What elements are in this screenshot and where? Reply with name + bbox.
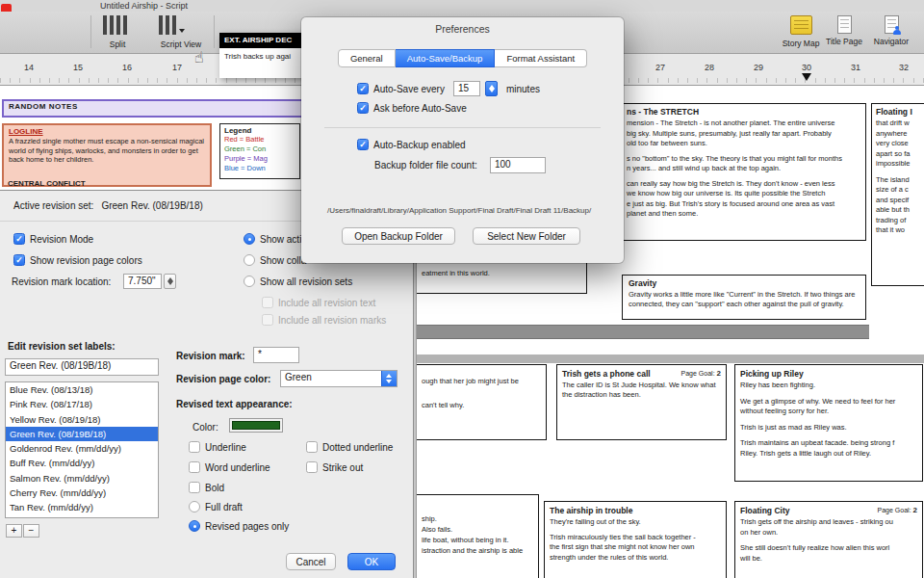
dotted-underline-checkbox[interactable]: Dotted underline <box>306 441 393 453</box>
checkbox-checked-icon <box>357 102 369 114</box>
strike-out-checkbox[interactable]: Strike out <box>306 461 363 473</box>
revision-mark-input[interactable]: * <box>253 347 299 363</box>
ruler-number: 27 <box>651 63 670 72</box>
auto-save-minutes-input[interactable]: 15 <box>453 81 480 96</box>
checkbox-icon <box>189 461 200 473</box>
tab-general[interactable]: General <box>338 49 396 67</box>
legend-note-card[interactable]: Legend Red = Battle Green = Con Purple =… <box>219 123 300 179</box>
card-text: planet and then some. <box>627 209 863 220</box>
auto-save-checkbox[interactable]: Auto-Save every 15 minutes <box>357 81 540 96</box>
riley-card[interactable]: Picking up Riley Riley has been fighting… <box>734 364 923 482</box>
card-text: able but th <box>876 205 924 216</box>
card-text: can't tell why. <box>422 401 464 411</box>
floating-island-card[interactable]: Floating I that drift w anywhere very cl… <box>871 103 924 286</box>
phone-call-card[interactable]: Trish gets a phone call Page Goal: 2 The… <box>556 364 727 440</box>
revision-set-item[interactable]: Pink Rev. (08/17/18) <box>6 397 158 411</box>
select-new-folder-button[interactable]: Select New Folder <box>473 227 580 245</box>
preferences-tabs: General Auto-Save/Backup Format Assistan… <box>301 49 624 67</box>
show-active-radio[interactable]: Show activ <box>244 233 306 245</box>
card-text: ough that her job might just be <box>422 377 519 387</box>
floating-city-card[interactable]: Floating City Page Goal: 2 Trish gets of… <box>734 501 923 578</box>
show-collapsed-label: Show colla <box>260 255 306 266</box>
card-text: n years... and still wind up back at the… <box>627 164 863 174</box>
airship-trouble-card[interactable]: The airship in trouble They're falling o… <box>544 501 727 578</box>
card-text: Trish gets off the airship and leaves - … <box>740 517 917 528</box>
revision-set-item[interactable]: Cherry Rev. (mm/dd/yy) <box>6 486 158 500</box>
underline-checkbox[interactable]: Underline <box>189 441 246 453</box>
story-map-icon <box>790 15 812 35</box>
file-count-input[interactable]: 100 <box>490 157 546 173</box>
stepper-icon[interactable] <box>164 274 176 289</box>
show-page-colors-checkbox[interactable]: Show revision page colors <box>13 254 142 266</box>
page-color-dropdown[interactable]: Green <box>280 370 398 387</box>
revision-set-item-selected[interactable]: Green Rev. (08/19B/18) <box>6 427 158 441</box>
tab-format-assistant[interactable]: Format Assistant <box>495 49 587 67</box>
card-text: we know how big our universe is. Its qui… <box>627 189 863 199</box>
revision-set-item[interactable]: Yellow Rev. (08/19/18) <box>6 412 158 427</box>
open-backup-folder-button[interactable]: Open Backup Folder <box>342 227 455 245</box>
include-revision-text-checkbox[interactable]: Include all revision text <box>262 297 375 308</box>
checkbox-checked-icon <box>357 139 369 150</box>
full-draft-radio[interactable]: Full draft <box>189 501 243 512</box>
remove-set-button[interactable]: − <box>23 524 39 538</box>
split-button[interactable]: Split <box>103 15 132 49</box>
revision-color-well[interactable] <box>229 418 283 433</box>
ruler-number: 29 <box>749 63 768 72</box>
job-card[interactable]: ough that her job might just be can't te… <box>417 364 547 440</box>
dotted-underline-label: Dotted underline <box>322 442 393 453</box>
mouse-cursor-icon: ☝ <box>194 48 204 66</box>
logline-note-card[interactable]: LOGLINE A frazzled single mother must es… <box>2 123 212 187</box>
ruler-number: 15 <box>68 63 88 72</box>
tab-auto-save-backup[interactable]: Auto-Save/Backup <box>396 49 496 67</box>
logline-title: LOGLINE <box>9 127 205 136</box>
toolbar-separator <box>90 15 91 48</box>
ruler-number: 14 <box>19 63 38 72</box>
cancel-button[interactable]: Cancel <box>286 553 336 570</box>
margin-marker[interactable] <box>802 73 811 81</box>
revised-pages-label: Revised pages only <box>205 521 289 532</box>
file-count-label: Backup folder file count: <box>374 160 477 171</box>
include-revision-marks-checkbox[interactable]: Include all revision marks <box>262 314 386 326</box>
mark-location-input[interactable]: 7.750" <box>123 274 162 289</box>
title-page-button[interactable]: Title Page <box>824 15 864 46</box>
logline-body: A frazzled single mother must escape a n… <box>9 137 205 165</box>
gravity-card[interactable]: Gravity Gravity works a little more like… <box>622 275 866 320</box>
edit-set-label-input[interactable]: Green Rev. (08/19B/18) <box>5 358 159 376</box>
radio-selected-icon <box>244 233 255 245</box>
active-set-label: Active revision set: <box>13 200 93 211</box>
revision-set-item[interactable]: Tan Rev. (mm/dd/yy) <box>6 500 158 514</box>
navigator-button[interactable]: Navigator <box>868 15 914 46</box>
collapsed-row-bar[interactable] <box>417 325 869 339</box>
legend-title: Legend <box>224 126 295 135</box>
word-underline-checkbox[interactable]: Word underline <box>189 461 270 473</box>
show-all-sets-radio[interactable]: Show all revision sets <box>244 276 352 287</box>
radio-icon <box>244 276 255 287</box>
revision-set-item[interactable]: Salmon Rev. (mm/dd/yy) <box>6 471 158 486</box>
card-text: big sky. Multiple suns, presumably, just… <box>627 129 863 140</box>
ok-button[interactable]: OK <box>347 553 396 570</box>
story-map-label: Story Map <box>780 39 822 48</box>
stepper-icon[interactable] <box>485 81 498 96</box>
wreck-card[interactable]: ship. Also fails. life boat, without bei… <box>417 494 539 578</box>
color-label: Color: <box>192 422 218 433</box>
checkbox-icon <box>306 461 318 473</box>
card-text: apart so fa <box>876 149 924 160</box>
add-set-button[interactable]: + <box>6 524 22 538</box>
revision-set-item[interactable]: Blue Rev. (08/13/18) <box>6 382 158 397</box>
collapsed-row-bar[interactable] <box>417 355 924 363</box>
script-view-button[interactable]: Script View <box>159 15 203 49</box>
word-underline-label: Word underline <box>205 462 270 473</box>
revised-pages-only-radio[interactable]: Revised pages only <box>189 520 289 532</box>
revision-set-item[interactable]: Goldenrod Rev. (mm/dd/yy) <box>6 441 158 456</box>
revision-mode-checkbox[interactable]: Revision Mode <box>13 233 93 245</box>
random-notes-header[interactable]: RANDOM NOTES <box>2 99 307 118</box>
appearance-label: Revised text appearance: <box>176 399 293 409</box>
revision-set-item[interactable]: Buff Rev. (mm/dd/yy) <box>6 456 158 470</box>
story-map-button[interactable]: Story Map <box>780 15 822 48</box>
ask-before-autosave-checkbox[interactable]: Ask before Auto-Save <box>357 102 467 114</box>
show-collapsed-radio[interactable]: Show colla <box>244 254 306 266</box>
bold-checkbox[interactable]: Bold <box>189 482 224 493</box>
card-text: will be. <box>740 554 917 565</box>
ruler-number: 16 <box>117 63 137 72</box>
auto-backup-checkbox[interactable]: Auto-Backup enabled <box>357 139 466 150</box>
